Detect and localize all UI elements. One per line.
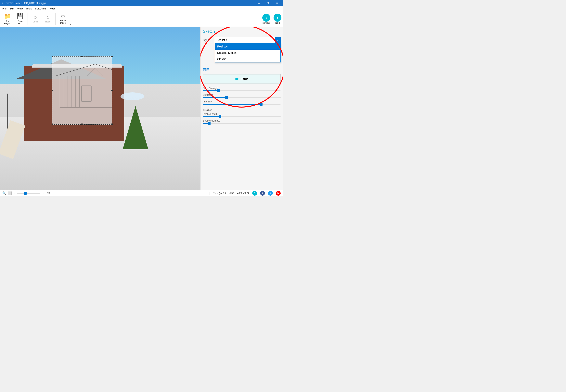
twitter-icon[interactable]: t xyxy=(268,191,273,196)
undo-label: Undo xyxy=(33,20,38,23)
format-label: JPG xyxy=(229,192,234,195)
house-roof xyxy=(16,59,107,79)
strokes-header: Strokes xyxy=(203,109,281,112)
undo-icon: ↺ xyxy=(33,15,37,20)
run-button[interactable]: ➨ Run xyxy=(203,74,281,84)
add-files-label: Add File(s)... xyxy=(3,20,12,25)
right-panel: Sketch Style Realistic ▼ Realistic Detai… xyxy=(200,27,283,190)
style-option-classic[interactable]: Classic xyxy=(215,56,280,62)
run-label: Run xyxy=(241,77,248,81)
snow-on-tree xyxy=(121,92,144,100)
menu-bar: File Edit View Tools SoftOrbits Help xyxy=(0,6,283,11)
window-controls: — ❒ ✕ xyxy=(254,0,281,6)
previous-nav: ‹ Previous xyxy=(262,14,270,24)
adjust-icon: ⊟⊟ xyxy=(203,67,209,72)
maximize-button[interactable]: ❒ xyxy=(263,0,272,6)
separator-bar: | xyxy=(209,192,210,195)
batch-mode-icon: ⚙ xyxy=(61,14,65,19)
batch-mode-label: Batch Mode xyxy=(60,19,66,24)
stroke-length-track[interactable] xyxy=(203,116,281,117)
status-bar: 🔍 ⬜ − + 19% | Time (s): 0.2 JPG 4032×302… xyxy=(0,190,283,196)
tree-right xyxy=(123,106,148,149)
add-files-icon: 📁 xyxy=(4,13,11,19)
main-area: Sketch Style Realistic ▼ Realistic Detai… xyxy=(0,27,283,190)
stroke-thickness-label: Stroke thickness xyxy=(203,119,281,122)
zoom-minus[interactable]: − xyxy=(14,192,15,195)
undo-button[interactable]: ↺ Undo xyxy=(29,12,41,26)
zoom-out-icon[interactable]: 🔍 xyxy=(2,191,6,195)
next-label: Next xyxy=(275,22,280,24)
stroke-length-label: Stroke Length xyxy=(203,113,281,115)
edge-strength-thumb[interactable] xyxy=(217,89,220,92)
style-row: Style Realistic ▼ Realistic Detailed Ske… xyxy=(203,37,281,43)
menu-edit[interactable]: Edit xyxy=(8,7,15,11)
stroke-length-thumb[interactable] xyxy=(219,115,221,118)
edge-strength-label: Edge Strength xyxy=(203,87,281,90)
minimize-button[interactable]: — xyxy=(254,0,263,6)
zoom-thumb[interactable] xyxy=(24,192,27,195)
zoom-percent: 19% xyxy=(45,192,50,195)
resolution-label: 4032×3024 xyxy=(237,192,249,195)
previous-button[interactable]: ‹ xyxy=(262,14,270,22)
stroke-thickness-thumb[interactable] xyxy=(208,122,210,125)
save-as-label: Save as... xyxy=(17,20,22,25)
crop-icon[interactable]: ⬜ xyxy=(8,191,12,195)
softorbits-icon[interactable]: S xyxy=(252,191,257,196)
next-button[interactable]: › xyxy=(274,14,281,22)
menu-softorbits[interactable]: SoftOrbits xyxy=(33,7,48,11)
save-as-icon: 💾 xyxy=(17,13,24,19)
close-button[interactable]: ✕ xyxy=(272,0,281,6)
window-title: Sketch Drawer - IMG_0912~photo.jpg xyxy=(6,2,254,4)
style-label: Style xyxy=(203,38,215,42)
time-label: Time (s): 0.2 xyxy=(213,192,226,195)
previous-label: Previous xyxy=(262,22,270,24)
menu-view[interactable]: View xyxy=(15,7,24,11)
toolbar-expand-icon[interactable]: ▼ xyxy=(70,12,72,26)
photo-background xyxy=(0,27,200,190)
edge-strength-row: Edge Strength xyxy=(203,87,281,91)
edge-strength-track[interactable] xyxy=(203,90,281,91)
toolbar-separator-1 xyxy=(28,13,28,25)
smudging-track[interactable] xyxy=(203,97,281,98)
title-bar: ✏ Sketch Drawer - IMG_0912~photo.jpg — ❒… xyxy=(0,0,283,6)
style-option-realistic[interactable]: Realistic xyxy=(215,43,280,50)
redo-label: Redo xyxy=(45,20,50,23)
next-nav: › Next xyxy=(274,14,281,24)
dropdown-arrow-icon: ▼ xyxy=(275,37,280,43)
smudging-label: Smudging xyxy=(203,94,281,96)
adjust-row: ⊟⊟ xyxy=(203,67,281,72)
stroke-thickness-track[interactable] xyxy=(203,123,281,124)
tree-left-trunk xyxy=(0,94,8,133)
smudging-thumb[interactable] xyxy=(225,96,228,99)
stroke-length-row: Stroke Length xyxy=(203,113,281,117)
zoom-slider[interactable] xyxy=(17,193,40,194)
intensity-thumb[interactable] xyxy=(260,103,262,106)
stroke-thickness-row: Stroke thickness xyxy=(203,119,281,124)
redo-icon: ↻ xyxy=(46,15,50,20)
save-as-button[interactable]: 💾 Save as... xyxy=(14,12,26,26)
style-current-value: Realistic xyxy=(216,38,275,42)
youtube-icon[interactable]: ▶ xyxy=(276,191,281,196)
menu-help[interactable]: Help xyxy=(48,7,56,11)
status-right: | Time (s): 0.2 JPG 4032×3024 S f t ▶ xyxy=(209,191,281,196)
zoom-plus[interactable]: + xyxy=(42,192,44,195)
add-files-button[interactable]: 📁 Add File(s)... xyxy=(1,12,14,26)
batch-mode-button[interactable]: ⚙ Batch Mode xyxy=(57,12,69,26)
canvas-area[interactable] xyxy=(0,27,200,190)
style-option-detailed-sketch[interactable]: Detailed Sketch xyxy=(215,50,280,56)
menu-tools[interactable]: Tools xyxy=(24,7,33,11)
toolbar: 📁 Add File(s)... 💾 Save as... ↺ Undo ↻ R… xyxy=(0,11,283,27)
toolbar-separator-2 xyxy=(55,13,55,25)
style-dropdown-list: Realistic Detailed Sketch Classic xyxy=(215,43,281,62)
status-left: 🔍 ⬜ − + 19% xyxy=(2,191,206,195)
intensity-label: Intensity xyxy=(203,100,281,103)
style-dropdown[interactable]: Realistic ▼ xyxy=(215,37,281,43)
redo-button[interactable]: ↻ Redo xyxy=(42,12,54,26)
app-icon: ✏ xyxy=(1,1,5,5)
intensity-track[interactable] xyxy=(203,104,281,105)
nav-area: ‹ Previous › Next xyxy=(262,14,281,24)
menu-file[interactable]: File xyxy=(1,7,8,11)
snow-on-roof xyxy=(32,64,122,68)
run-arrow-icon: ➨ xyxy=(235,76,239,82)
facebook-icon[interactable]: f xyxy=(260,191,265,196)
